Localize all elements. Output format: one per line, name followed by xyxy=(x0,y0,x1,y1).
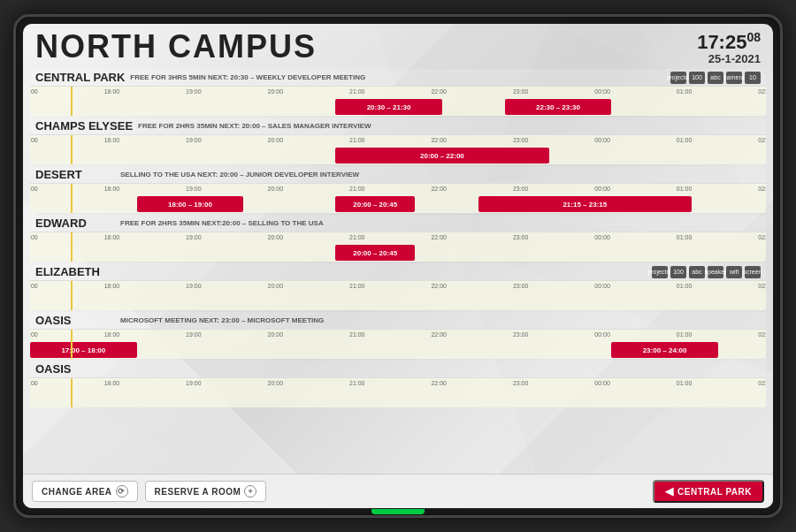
volume-100-icon: 100 xyxy=(689,72,705,84)
room-status: FREE FOR 2HRS 35MIN NEXT:20:00 – SELLING… xyxy=(120,219,324,227)
room-row: CENTRAL PARKFREE FOR 3HRS 5MIN NEXT: 20:… xyxy=(30,69,766,116)
time-label: 00:00 xyxy=(594,331,610,338)
reserve-room-button[interactable]: RESERVE A ROOM + xyxy=(145,481,267,502)
current-time-indicator xyxy=(71,87,73,116)
time-label: 21:00 xyxy=(349,380,365,386)
time-label: 01:00 xyxy=(677,380,693,386)
room-status: FREE FOR 2HRS 35MIN NEXT: 20:00 – SALES … xyxy=(138,122,371,130)
event-block[interactable]: 20:00 – 20:45 xyxy=(335,196,415,212)
room-timeline: 17:0018:0019:0020:0021:0022:0023:0000:00… xyxy=(30,183,766,213)
room-row: CHAMPS ELYSEEFREE FOR 2HRS 35MIN NEXT: 2… xyxy=(30,118,766,164)
room-timeline: 17:0018:0019:0020:0021:0022:0023:0000:00… xyxy=(30,86,766,116)
time-label: 22:00 xyxy=(431,186,447,192)
room-header: OASISMICROSOFT MEETING NEXT: 23:00 – MIC… xyxy=(30,312,766,329)
time-label: 00:00 xyxy=(594,88,610,95)
time-label: 02:00 xyxy=(758,234,766,240)
campus-title: NORTH CAMPUS xyxy=(35,31,317,63)
room-header: OASIS xyxy=(30,361,766,377)
camera-icon: camera xyxy=(726,72,742,84)
room-timeline: 17:0018:0019:0020:0021:0022:0023:0000:00… xyxy=(30,232,766,262)
time-label: 18:00 xyxy=(104,186,120,192)
room-icons: projector100abccamera10 xyxy=(670,72,761,84)
time-label: 23:00 xyxy=(513,234,529,240)
room-row: OASISMICROSOFT MEETING NEXT: 23:00 – MIC… xyxy=(30,312,766,359)
clock-time: 17:2508 xyxy=(697,31,761,52)
room-name: OASIS xyxy=(35,362,115,376)
speaker-icon: screen xyxy=(745,266,761,278)
event-block[interactable]: 22:30 – 23:30 xyxy=(505,99,612,115)
time-label: 18:00 xyxy=(104,88,120,95)
time-labels: 17:0018:0019:0020:0021:0022:0023:0000:00… xyxy=(30,88,766,99)
current-time-indicator xyxy=(71,330,73,359)
event-block[interactable]: 20:00 – 20:45 xyxy=(335,245,415,261)
count-icon: wifi xyxy=(726,266,742,278)
event-block[interactable]: 20:00 – 22:00 xyxy=(335,148,548,163)
time-label: 18:00 xyxy=(104,283,120,289)
time-label: 21:00 xyxy=(349,331,365,338)
time-labels: 17:0018:0019:0020:0021:0022:0023:0000:00… xyxy=(30,234,766,245)
time-label: 22:00 xyxy=(431,380,447,386)
time-label: 01:00 xyxy=(677,186,693,192)
time-label: 17:00 xyxy=(30,234,38,240)
time-label: 22:00 xyxy=(431,283,447,289)
event-block[interactable]: 20:30 – 21:30 xyxy=(335,99,442,115)
bottom-left-actions: CHANGE AREA ⟳ RESERVE A ROOM + xyxy=(32,481,266,502)
time-label: 00:00 xyxy=(594,186,610,192)
time-labels: 17:0018:0019:0020:0021:0022:0023:0000:00… xyxy=(30,186,766,196)
room-status: MICROSOFT MEETING NEXT: 23:00 – MICROSOF… xyxy=(120,316,324,324)
time-label: 17:00 xyxy=(30,283,38,289)
arrow-left-icon: ◀ xyxy=(665,485,674,498)
clock-date: 25-1-2021 xyxy=(697,52,761,65)
time-label: 20:00 xyxy=(268,88,284,95)
event-block[interactable]: 17:00 – 18:00 xyxy=(30,342,137,358)
room-timeline: 17:0018:0019:0020:0021:0022:0023:0000:00… xyxy=(30,377,766,407)
time-label: 17:00 xyxy=(30,88,38,95)
current-room-button[interactable]: ◀ CENTRAL PARK xyxy=(653,480,764,503)
current-time-indicator xyxy=(71,232,73,262)
room-name: ELIZABETH xyxy=(35,265,115,278)
camera-icon: speaker xyxy=(708,266,723,278)
current-time-indicator xyxy=(71,135,73,164)
time-label: 21:00 xyxy=(349,186,365,192)
time-label: 19:00 xyxy=(186,88,202,95)
time-label: 19:00 xyxy=(186,283,202,289)
current-time-indicator xyxy=(71,184,73,213)
time-label: 20:00 xyxy=(268,283,284,289)
room-timeline: 17:0018:0019:0020:0021:0022:0023:0000:00… xyxy=(30,329,766,359)
projector-icon: projector xyxy=(670,72,686,84)
room-name: CENTRAL PARK xyxy=(35,71,125,84)
time-label: 18:00 xyxy=(104,137,120,143)
change-area-button[interactable]: CHANGE AREA ⟳ xyxy=(32,481,138,502)
room-header: CHAMPS ELYSEEFREE FOR 2HRS 35MIN NEXT: 2… xyxy=(30,118,766,134)
room-name: CHAMPS ELYSEE xyxy=(35,119,133,133)
room-header: EDWARDFREE FOR 2HRS 35MIN NEXT:20:00 – S… xyxy=(30,215,766,232)
time-label: 17:00 xyxy=(30,186,38,192)
time-label: 01:00 xyxy=(677,283,693,289)
time-label: 20:00 xyxy=(268,186,284,192)
event-block[interactable]: 18:00 – 19:00 xyxy=(137,196,244,212)
room-header: CENTRAL PARKFREE FOR 3HRS 5MIN NEXT: 20:… xyxy=(30,69,766,86)
change-area-icon: ⟳ xyxy=(116,485,128,498)
current-time-indicator xyxy=(71,378,73,407)
room-row: EDWARDFREE FOR 2HRS 35MIN NEXT:20:00 – S… xyxy=(30,215,766,262)
time-label: 01:00 xyxy=(677,234,693,240)
clock-area: 17:2508 25-1-2021 xyxy=(697,31,761,65)
time-label: 22:00 xyxy=(431,234,447,240)
event-block[interactable]: 23:00 – 24:00 xyxy=(611,342,718,358)
time-label: 02:00 xyxy=(758,137,766,143)
time-label: 18:00 xyxy=(104,380,120,386)
time-labels: 17:0018:0019:0020:0021:0022:0023:0000:00… xyxy=(30,380,766,391)
time-label: 23:00 xyxy=(513,186,529,192)
time-label: 21:00 xyxy=(349,88,365,95)
device-notch xyxy=(371,509,425,514)
time-label: 00:00 xyxy=(594,380,610,386)
time-labels: 17:0018:0019:0020:0021:0022:0023:0000:00… xyxy=(30,283,766,293)
text-icon: abc xyxy=(708,72,723,84)
event-block[interactable]: 21:15 – 23:15 xyxy=(478,196,692,212)
rooms-container: CENTRAL PARKFREE FOR 3HRS 5MIN NEXT: 20:… xyxy=(23,69,773,474)
text-icon: abc xyxy=(689,266,705,278)
time-label: 19:00 xyxy=(186,234,202,240)
time-label: 23:00 xyxy=(513,137,529,143)
time-label: 22:00 xyxy=(431,331,447,338)
time-labels: 17:0018:0019:0020:0021:0022:0023:0000:00… xyxy=(30,137,766,148)
